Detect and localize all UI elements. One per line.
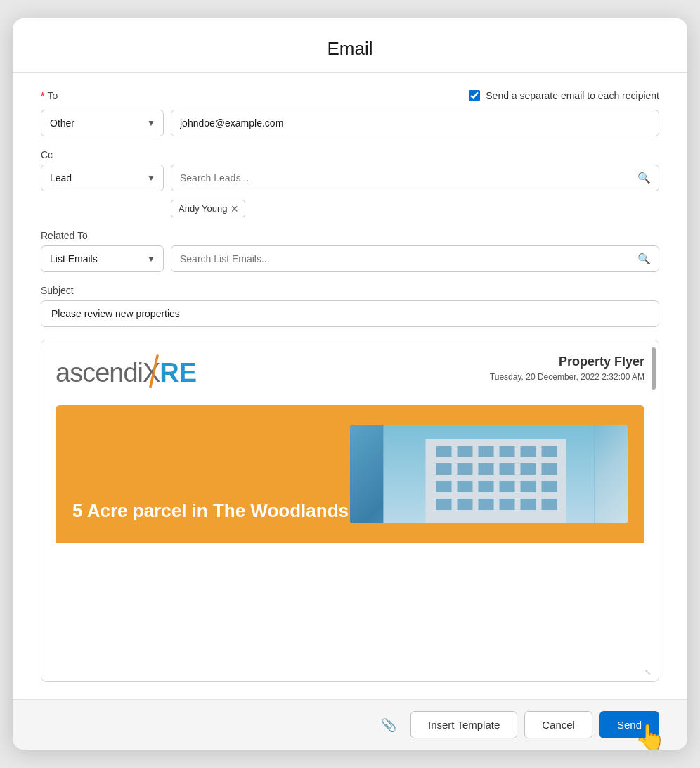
attach-icon[interactable]: 📎 — [381, 717, 396, 733]
svg-rect-22 — [436, 499, 452, 510]
cc-tag-andy-young: Andy Young ✕ — [171, 200, 245, 217]
brand-re-text: RE — [160, 358, 197, 388]
email-content: ascendiX RE Property Flyer Tuesday, 20 D… — [56, 354, 644, 543]
related-to-search-input[interactable] — [171, 245, 659, 272]
cc-tag-remove-button[interactable]: ✕ — [231, 204, 239, 214]
modal-header: Email — [13, 18, 687, 73]
building-image — [350, 425, 628, 523]
to-label-row: * To Send a separate email to each recip… — [41, 90, 659, 101]
flyer-date-text: Tuesday, 20 December, 2022 2:32:00 AM — [490, 372, 644, 382]
svg-rect-21 — [542, 481, 557, 492]
email-body-container[interactable]: ascendiX RE Property Flyer Tuesday, 20 D… — [41, 340, 659, 682]
svg-rect-25 — [500, 499, 515, 510]
cc-field-group: Cc Lead Contact Other ▼ 🔍 A — [41, 149, 659, 217]
email-header-row: ascendiX RE Property Flyer Tuesday, 20 D… — [56, 354, 644, 391]
svg-rect-20 — [521, 481, 536, 492]
property-flyer-info: Property Flyer Tuesday, 20 December, 202… — [490, 354, 644, 382]
to-required-indicator: * — [41, 90, 44, 101]
brand-ascendix-text: ascendiX — [56, 358, 160, 388]
related-to-label-text: Related To — [41, 230, 88, 241]
subject-field-group: Subject — [41, 285, 659, 327]
related-to-field-group: Related To List Emails Campaign Opportun… — [41, 230, 659, 272]
cc-tag-name: Andy Young — [179, 203, 227, 214]
brand-logo: ascendiX RE — [56, 354, 207, 391]
separate-email-checkbox-label[interactable]: Send a separate email to each recipient — [469, 90, 659, 101]
svg-rect-24 — [479, 499, 494, 510]
to-field-row: Other Lead Contact ▼ — [41, 110, 659, 136]
modal-title: Email — [41, 38, 659, 60]
banner-text: 5 Acre parcel in The Woodlands — [72, 499, 350, 523]
svg-rect-8 — [521, 446, 536, 457]
related-to-type-select[interactable]: List Emails Campaign Opportunity — [41, 245, 164, 272]
email-modal: Email * To Send a separate email to each… — [13, 18, 687, 750]
send-button[interactable]: Send — [599, 711, 659, 738]
svg-rect-17 — [458, 481, 473, 492]
related-to-field-row: List Emails Campaign Opportunity ▼ 🔍 — [41, 245, 659, 272]
svg-rect-26 — [521, 499, 536, 510]
svg-rect-12 — [479, 463, 494, 475]
property-banner: 5 Acre parcel in The Woodlands — [56, 405, 644, 543]
related-to-label: Related To — [41, 230, 659, 241]
scrollbar-indicator[interactable] — [652, 347, 656, 390]
svg-rect-5 — [458, 446, 473, 457]
separate-email-checkbox[interactable] — [469, 90, 480, 101]
to-label-text: To — [47, 90, 58, 101]
cc-search-wrapper: 🔍 — [171, 165, 659, 191]
svg-rect-27 — [542, 499, 557, 510]
cc-field-row: Lead Contact Other ▼ 🔍 — [41, 165, 659, 191]
svg-rect-15 — [542, 463, 557, 475]
cc-tags-area: Andy Young ✕ — [171, 200, 659, 217]
insert-template-button[interactable]: Insert Template — [410, 711, 517, 738]
svg-rect-6 — [479, 446, 494, 457]
send-button-wrapper: Send 👆 — [599, 711, 659, 738]
svg-rect-4 — [436, 446, 452, 457]
related-to-search-wrapper: 🔍 — [171, 245, 659, 272]
to-type-select-wrapper: Other Lead Contact ▼ — [41, 110, 164, 136]
cc-label-text: Cc — [41, 149, 53, 160]
flyer-title-text: Property Flyer — [490, 354, 644, 369]
cc-label: Cc — [41, 149, 659, 160]
related-to-type-select-wrapper: List Emails Campaign Opportunity ▼ — [41, 245, 164, 272]
svg-rect-10 — [436, 463, 452, 475]
svg-rect-19 — [500, 481, 515, 492]
modal-footer: 📎 Insert Template Cancel Send 👆 — [13, 699, 687, 750]
email-body-inner[interactable]: ascendiX RE Property Flyer Tuesday, 20 D… — [41, 340, 659, 557]
svg-rect-14 — [521, 463, 536, 475]
svg-rect-13 — [500, 463, 515, 475]
cancel-button[interactable]: Cancel — [524, 711, 592, 738]
svg-rect-16 — [436, 481, 452, 492]
svg-rect-18 — [479, 481, 494, 492]
cc-type-select[interactable]: Lead Contact Other — [41, 165, 164, 191]
svg-rect-23 — [458, 499, 473, 510]
subject-label: Subject — [41, 285, 659, 296]
svg-rect-7 — [500, 446, 515, 457]
modal-body: * To Send a separate email to each recip… — [13, 73, 687, 699]
to-label: * To — [41, 90, 58, 101]
to-type-select[interactable]: Other Lead Contact — [41, 110, 164, 136]
resize-handle[interactable]: ⤡ — [644, 667, 654, 677]
to-field-group: * To Send a separate email to each recip… — [41, 90, 659, 136]
svg-rect-11 — [458, 463, 473, 475]
separate-email-label-text: Send a separate email to each recipient — [486, 90, 659, 101]
building-svg — [350, 425, 628, 523]
cc-type-select-wrapper: Lead Contact Other ▼ — [41, 165, 164, 191]
to-email-input[interactable] — [171, 110, 659, 136]
svg-rect-9 — [542, 446, 557, 457]
subject-input[interactable] — [41, 300, 659, 327]
cc-search-input[interactable] — [171, 165, 659, 191]
subject-label-text: Subject — [41, 285, 74, 296]
